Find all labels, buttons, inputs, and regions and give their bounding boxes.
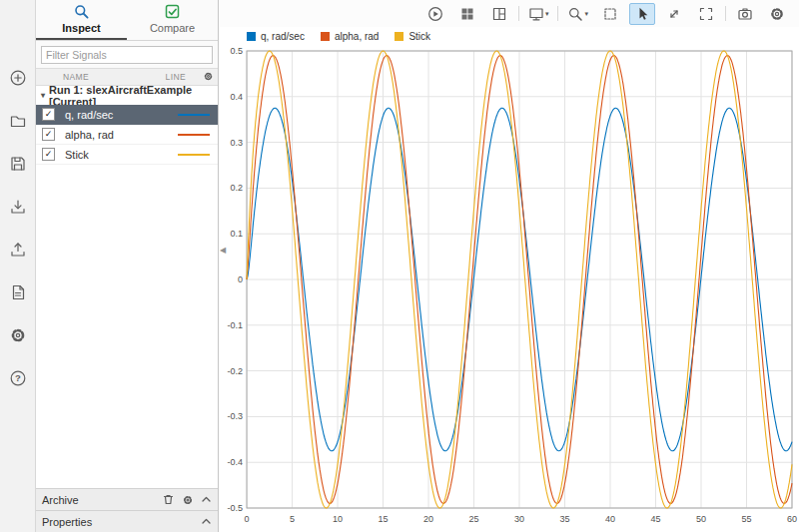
trash-icon[interactable]	[162, 493, 175, 506]
plot-settings-button[interactable]	[764, 3, 790, 25]
expand-button[interactable]	[661, 3, 687, 25]
signal-row-stick[interactable]: ✓ Stick	[36, 145, 218, 165]
plot-pane: ▾ ▾ q, rad/secalpha, radStick 0510152025…	[219, 0, 799, 532]
signal-line-swatch	[178, 154, 210, 156]
signal-name-label: Stick	[65, 149, 89, 161]
tab-inspect-label: Inspect	[62, 22, 101, 34]
toolbar-separator	[725, 6, 726, 21]
plot-canvas[interactable]: 051015202530354045505560-0.5-0.4-0.3-0.2…	[219, 46, 799, 532]
create-report-button[interactable]	[8, 282, 28, 301]
x-tick-label: 20	[423, 514, 433, 524]
x-tick-label: 35	[560, 514, 570, 524]
pointer-tool-button[interactable]	[629, 3, 655, 25]
column-options-icon[interactable]	[203, 71, 214, 82]
folder-icon	[9, 112, 27, 130]
plot-legend: q, rad/secalpha, radStick	[219, 27, 799, 46]
x-tick-label: 50	[696, 514, 706, 524]
x-tick-label: 0	[245, 514, 250, 524]
signal-name-label: q, rad/sec	[65, 109, 113, 121]
display-options-button[interactable]: ▾	[525, 3, 552, 25]
layout-grid-button[interactable]	[454, 3, 480, 25]
import-arrow-icon	[9, 198, 27, 216]
y-tick-label: 0.1	[231, 229, 244, 239]
y-tick-label: -0.4	[228, 457, 244, 467]
left-toolbar: ?	[0, 0, 36, 532]
properties-label: Properties	[42, 516, 92, 528]
legend-label: q, rad/sec	[261, 31, 305, 42]
legend-swatch	[247, 32, 256, 41]
y-tick-label: -0.3	[228, 411, 244, 421]
snapshot-button[interactable]	[732, 3, 758, 25]
run-button[interactable]	[422, 3, 448, 25]
simulation-data-inspector-window: ? Inspect Compare NAME LINE ▾ Run 1: sle…	[0, 0, 799, 532]
x-tick-label: 40	[605, 514, 615, 524]
floppy-disk-icon	[9, 155, 27, 173]
x-tick-label: 60	[787, 514, 797, 524]
properties-collapse-chevron-icon[interactable]	[201, 516, 212, 527]
tab-compare-label: Compare	[150, 22, 195, 34]
y-tick-label: -0.1	[228, 320, 244, 330]
add-button[interactable]	[8, 68, 28, 87]
archive-section-header[interactable]: Archive	[36, 488, 218, 510]
y-tick-label: 0.5	[231, 46, 244, 56]
legend-swatch	[395, 32, 403, 41]
legend-item[interactable]: Stick	[395, 31, 430, 42]
y-tick-label: 0.4	[231, 92, 244, 102]
chevron-down-icon: ▾	[545, 10, 549, 18]
properties-section-header[interactable]: Properties	[36, 510, 218, 532]
fit-to-view-button[interactable]	[597, 3, 623, 25]
legend-item[interactable]: alpha, rad	[321, 31, 379, 42]
legend-label: alpha, rad	[335, 31, 379, 42]
open-button[interactable]	[8, 111, 28, 130]
run-group-row[interactable]: ▾ Run 1: slexAircraftExample [Current]	[36, 86, 218, 105]
import-button[interactable]	[8, 197, 28, 216]
x-tick-label: 25	[469, 514, 479, 524]
x-tick-label: 15	[379, 514, 389, 524]
help-button[interactable]: ?	[8, 368, 28, 387]
svg-text:?: ?	[15, 372, 21, 383]
run-group-label: Run 1: slexAircraftExample [Current]	[49, 84, 218, 108]
collapse-panel-handle[interactable]: ◀	[220, 246, 226, 255]
legend-label: Stick	[408, 31, 430, 42]
preferences-button[interactable]	[8, 325, 28, 344]
fullscreen-button[interactable]	[693, 3, 719, 25]
x-tick-label: 45	[650, 514, 660, 524]
signal-checkbox[interactable]: ✓	[42, 128, 55, 141]
save-button[interactable]	[8, 154, 28, 173]
export-button[interactable]	[8, 240, 28, 259]
archive-collapse-chevron-icon[interactable]	[201, 494, 212, 505]
legend-item[interactable]: q, rad/sec	[247, 31, 305, 42]
tab-inspect[interactable]: Inspect	[36, 0, 127, 40]
column-line-label: LINE	[166, 72, 187, 82]
gear-icon	[9, 326, 27, 344]
signal-line-swatch	[178, 134, 210, 136]
signal-line-swatch	[178, 114, 210, 116]
y-tick-label: 0	[238, 274, 243, 284]
filter-signals-input[interactable]	[41, 46, 213, 64]
help-icon: ?	[9, 369, 27, 387]
inspect-panel: Inspect Compare NAME LINE ▾ Run 1: slexA…	[36, 0, 219, 532]
layout-split-button[interactable]	[486, 3, 512, 25]
collapse-caret-icon[interactable]: ▾	[41, 91, 45, 100]
panel-tabs: Inspect Compare	[36, 0, 218, 41]
x-tick-label: 30	[514, 514, 524, 524]
signal-checkbox[interactable]: ✓	[42, 108, 55, 121]
toolbar-separator	[518, 6, 519, 21]
zoom-menu-button[interactable]: ▾	[564, 3, 591, 25]
x-tick-label: 5	[290, 514, 295, 524]
y-tick-label: -0.2	[228, 366, 244, 376]
archive-label: Archive	[42, 494, 79, 506]
signal-row-alpha[interactable]: ✓ alpha, rad	[36, 125, 218, 145]
signal-row-q[interactable]: ✓ q, rad/sec	[36, 105, 218, 125]
x-tick-label: 10	[333, 514, 343, 524]
plus-circle-icon	[9, 69, 27, 87]
signal-name-label: alpha, rad	[65, 129, 114, 141]
legend-swatch	[321, 32, 330, 41]
signal-checkbox[interactable]: ✓	[42, 148, 55, 161]
archive-settings-gear-icon[interactable]	[182, 494, 194, 506]
export-arrow-icon	[9, 241, 27, 259]
plot-toolbar: ▾ ▾	[219, 0, 799, 27]
filter-row	[36, 41, 218, 68]
tab-compare[interactable]: Compare	[127, 0, 218, 40]
document-icon	[9, 283, 27, 301]
